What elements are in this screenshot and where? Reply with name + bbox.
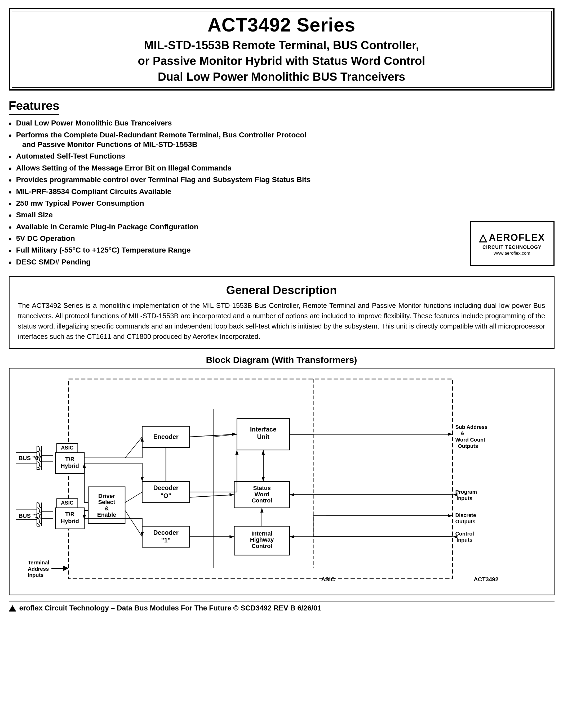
footer-bar: eroflex Circuit Technology – Data Bus Mo… <box>9 601 555 615</box>
aeroflex-logo-text: △ AEROFLEX <box>479 232 545 244</box>
svg-text:Status: Status <box>253 485 271 491</box>
svg-text:Program: Program <box>455 489 477 495</box>
svg-text:Sub Address: Sub Address <box>455 424 488 430</box>
svg-marker-96 <box>453 535 457 538</box>
svg-text:Control: Control <box>455 531 474 537</box>
svg-text:BUS "0": BUS "0" <box>18 455 41 461</box>
svg-text:Outputs: Outputs <box>455 519 475 524</box>
svg-text:ASIC: ASIC <box>61 500 73 506</box>
list-item: DESC SMD# Pending <box>9 257 462 267</box>
svg-text:Hybrid: Hybrid <box>61 463 79 469</box>
svg-text:T/R: T/R <box>65 511 74 518</box>
aeroflex-name: AEROFLEX <box>489 232 545 243</box>
svg-marker-112 <box>261 477 265 482</box>
svg-text:Outputs: Outputs <box>458 443 478 449</box>
svg-text:Enable: Enable <box>97 511 116 518</box>
logo-triangle-icon: △ <box>479 232 487 244</box>
svg-text:Inputs: Inputs <box>457 537 472 543</box>
svg-text:&: & <box>104 505 109 512</box>
aeroflex-logo-box: △ AEROFLEX CIRCUIT TECHNOLOGY www.aerofl… <box>470 221 555 266</box>
svg-text:ASIC: ASIC <box>61 445 73 451</box>
features-heading: Features <box>9 98 60 115</box>
list-item: Automated Self-Test Functions <box>9 151 462 161</box>
svg-text:Encoder: Encoder <box>153 433 178 440</box>
features-ul: Dual Low Power Monolithic Bus Tranceiver… <box>9 118 462 267</box>
list-item: Allows Setting of the Message Error Bit … <box>9 163 462 173</box>
svg-text:Inputs: Inputs <box>457 495 472 501</box>
svg-text:Word: Word <box>254 491 269 498</box>
page: ACT3492 Series MIL-STD-1553B Remote Term… <box>9 8 555 615</box>
svg-marker-75 <box>229 493 234 496</box>
list-item: Full Military (-55°C to +125°C) Temperat… <box>9 245 462 255</box>
svg-text:Highway: Highway <box>250 537 274 543</box>
svg-text:ASIC: ASIC <box>321 576 335 583</box>
aeroflex-logo-sub: CIRCUIT TECHNOLOGY <box>483 245 542 250</box>
features-content: Dual Low Power Monolithic Bus Tranceiver… <box>9 118 555 269</box>
svg-text:Interface: Interface <box>250 426 276 433</box>
svg-text:Decoder: Decoder <box>153 484 178 491</box>
svg-line-74 <box>189 495 234 497</box>
svg-text:Internal: Internal <box>251 530 272 537</box>
svg-marker-98 <box>260 508 263 513</box>
svg-text:Driver: Driver <box>98 493 115 499</box>
svg-text:Select: Select <box>98 499 115 506</box>
list-item: 5V DC Operation <box>9 234 462 243</box>
svg-text:Word Count: Word Count <box>455 437 485 443</box>
svg-text:Discrete: Discrete <box>455 512 476 518</box>
svg-text:"1": "1" <box>161 537 171 544</box>
gen-desc-title: General Description <box>18 284 545 297</box>
svg-marker-73 <box>229 535 234 538</box>
list-item: Performs the Complete Dual-Redundant Rem… <box>9 130 462 150</box>
svg-marker-87 <box>453 493 457 496</box>
block-diagram-svg: BUS "0" ASIC T/R <box>10 369 554 595</box>
footer-text: eroflex Circuit Technology – Data Bus Mo… <box>19 604 322 612</box>
aeroflex-logo-url: www.aeroflex.com <box>494 251 530 256</box>
header-line1: MIL-STD-1553B Remote Terminal, BUS Contr… <box>144 39 419 52</box>
features-list: Dual Low Power Monolithic Bus Tranceiver… <box>9 118 462 269</box>
header-line3: Dual Low Power Monolithic BUS Tranceiver… <box>158 70 405 83</box>
list-item: Provides programmable control over Termi… <box>9 175 462 185</box>
diagram-container: BUS "0" ASIC T/R <box>9 368 555 595</box>
gen-desc-text: The ACT3492 Series is a monolithic imple… <box>18 300 545 342</box>
svg-text:Inputs: Inputs <box>28 572 43 578</box>
list-item: MIL-PRF-38534 Compliant Circuits Availab… <box>9 187 462 196</box>
svg-text:T/R: T/R <box>65 456 74 462</box>
list-item: Available in Ceramic Plug-in Package Con… <box>9 222 462 232</box>
list-item: Small Size <box>9 210 462 220</box>
block-diagram-title: Block Diagram (With Transformers) <box>9 355 555 365</box>
header-box: ACT3492 Series MIL-STD-1553B Remote Term… <box>9 8 555 91</box>
header-title: ACT3492 Series <box>18 14 545 36</box>
svg-text:Hybrid: Hybrid <box>61 518 79 524</box>
svg-text:Unit: Unit <box>257 433 269 440</box>
svg-marker-93 <box>289 535 294 538</box>
footer-triangle-icon <box>9 605 16 612</box>
list-item: Dual Low Power Monolithic Bus Tranceiver… <box>9 118 462 128</box>
svg-marker-105 <box>63 566 68 571</box>
svg-marker-57 <box>140 477 144 482</box>
svg-text:&: & <box>461 430 464 436</box>
header-sub: MIL-STD-1553B Remote Terminal, BUS Contr… <box>18 37 545 84</box>
svg-text:Control: Control <box>251 543 272 549</box>
svg-text:Terminal: Terminal <box>28 560 49 565</box>
svg-line-113 <box>125 492 142 503</box>
block-diagram-section: Block Diagram (With Transformers) BUS "0… <box>9 355 555 595</box>
svg-line-110 <box>125 437 142 458</box>
svg-text:"O": "O" <box>160 492 171 499</box>
gen-desc-section: General Description The ACT3492 Series i… <box>9 276 555 349</box>
features-section: Features Dual Low Power Monolithic Bus T… <box>9 98 555 269</box>
svg-marker-78 <box>448 433 453 436</box>
svg-line-114 <box>125 510 142 537</box>
svg-text:Decoder: Decoder <box>153 529 178 536</box>
svg-marker-71 <box>235 450 238 455</box>
header-line2: or Passive Monitor Hybrid with Status Wo… <box>138 54 425 67</box>
svg-text:Control: Control <box>251 497 272 504</box>
svg-text:ACT3492: ACT3492 <box>474 576 498 583</box>
list-item: 250 mw Typical Power Consumption <box>9 199 462 208</box>
svg-text:Address: Address <box>28 566 48 572</box>
